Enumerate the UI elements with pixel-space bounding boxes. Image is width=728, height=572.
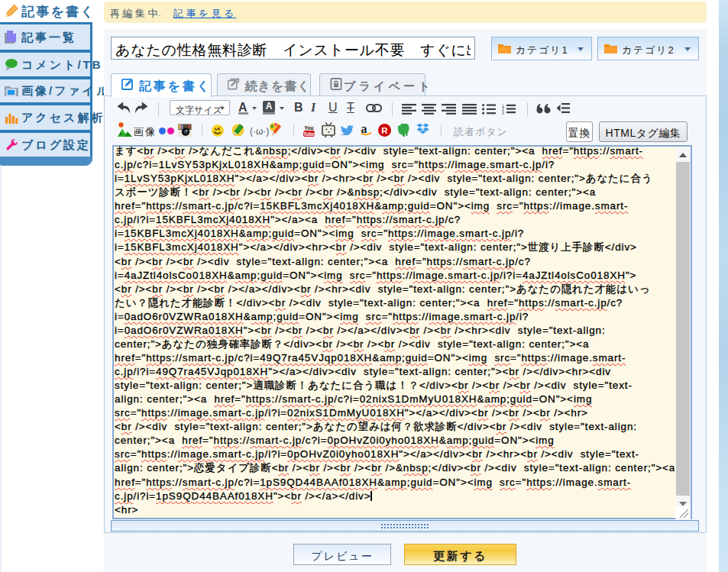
svg-text:Tube: Tube [303, 131, 315, 137]
svg-text:R: R [381, 126, 388, 135]
svg-text:You: You [305, 125, 314, 131]
svg-text:3: 3 [502, 111, 504, 115]
